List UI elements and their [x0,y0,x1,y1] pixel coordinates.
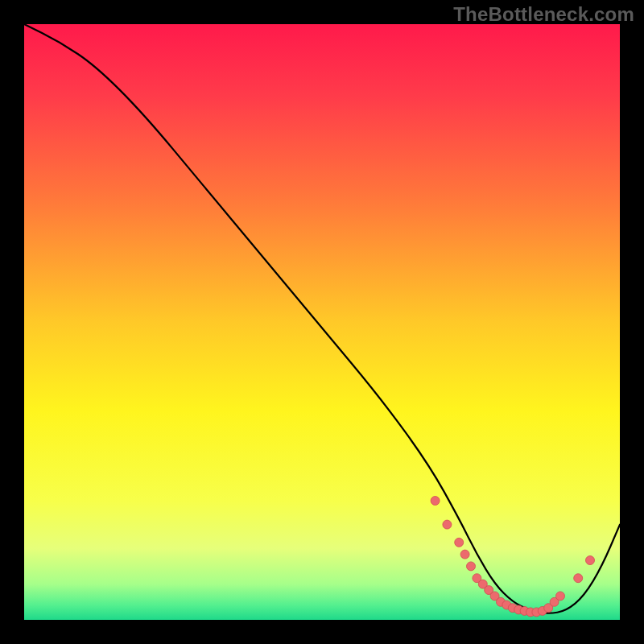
curve-marker [460,550,469,559]
curve-marker [574,574,583,583]
curve-marker [556,592,565,601]
curve-marker [455,538,464,547]
watermark-text: TheBottleneck.com [453,3,634,26]
curve-marker [431,497,440,506]
plot-area [24,24,620,620]
gradient-background [24,24,620,620]
chart-frame: TheBottleneck.com [0,0,644,644]
curve-marker [467,562,476,571]
curve-marker [586,556,595,565]
chart-svg [24,24,620,620]
curve-marker [443,520,452,529]
